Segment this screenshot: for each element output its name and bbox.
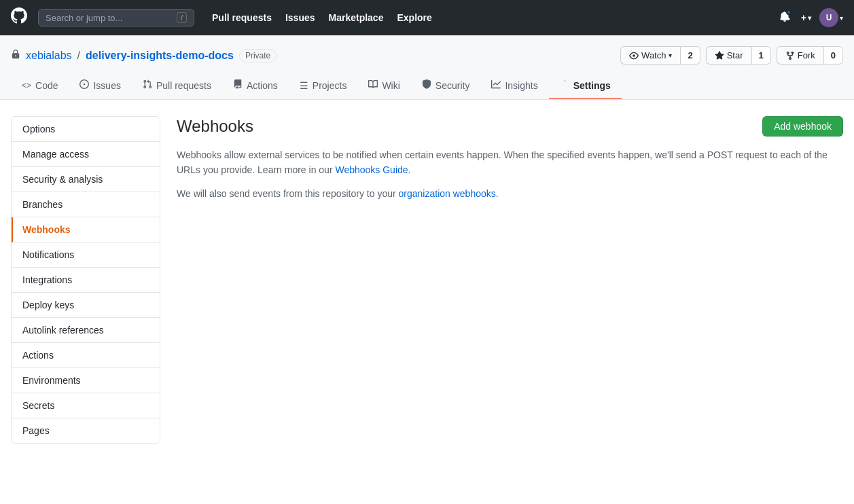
lock-icon [11, 50, 20, 61]
repo-name-link[interactable]: delivery-insights-demo-docs [86, 50, 234, 62]
pull-requests-link[interactable]: Pull requests [205, 10, 279, 26]
avatar: U [819, 8, 838, 27]
issues-tab-icon [79, 79, 89, 91]
issues-link[interactable]: Issues [279, 10, 322, 26]
note-end: . [496, 188, 499, 199]
main-layout: Options Manage access Security & analysi… [0, 100, 854, 460]
tab-security[interactable]: Security [411, 73, 481, 99]
watch-button[interactable]: Watch ▾ [620, 46, 680, 65]
sidebar-webhooks[interactable]: Webhooks [12, 217, 160, 242]
repo-top-row: xebialabs / delivery-insights-demo-docs … [11, 46, 843, 65]
note-prefix: We will also send events from this repos… [177, 188, 396, 199]
sidebar-security-analysis[interactable]: Security & analysis [12, 167, 160, 192]
star-count: 1 [751, 46, 771, 65]
wiki-tab-label: Wiki [382, 80, 399, 91]
content-header: Webhooks Add webhook [177, 116, 843, 137]
search-text: Search or jump to... [46, 13, 171, 23]
sidebar-deploy-keys[interactable]: Deploy keys [12, 293, 160, 318]
tab-settings[interactable]: Settings [549, 73, 622, 99]
tab-insights[interactable]: Insights [480, 73, 548, 99]
sidebar-options[interactable]: Options [12, 117, 160, 142]
description-text: Webhooks allow external services to be n… [177, 149, 828, 175]
navbar: Search or jump to... / Pull requests Iss… [0, 0, 854, 35]
fork-button[interactable]: Fork [777, 46, 823, 65]
watch-count: 2 [680, 46, 700, 65]
tab-pull-requests[interactable]: Pull requests [132, 73, 222, 99]
sidebar-secrets[interactable]: Secrets [12, 393, 160, 418]
insights-tab-icon [491, 79, 501, 91]
search-bar[interactable]: Search or jump to... / [38, 9, 194, 26]
wiki-tab-icon [368, 79, 378, 91]
navbar-links: Pull requests Issues Marketplace Explore [205, 10, 439, 26]
fork-label: Fork [798, 50, 815, 60]
fork-count: 0 [823, 46, 843, 65]
webhooks-guide-link[interactable]: Webhooks Guide [335, 164, 408, 175]
tab-projects[interactable]: ☰ Projects [289, 73, 358, 99]
sidebar: Options Manage access Security & analysi… [11, 116, 160, 444]
pr-tab-icon [143, 79, 152, 91]
repo-separator: / [77, 50, 80, 62]
star-group: Star 1 [706, 46, 771, 65]
projects-tab-label: Projects [313, 80, 347, 91]
watch-group: Watch ▾ 2 [620, 46, 700, 65]
security-tab-icon [422, 79, 431, 91]
github-logo[interactable] [11, 7, 27, 29]
watch-label: Watch [641, 50, 666, 60]
repo-nav: <> Code Issues Pull requests Actions ☰ P… [11, 73, 843, 99]
repo-actions: Watch ▾ 2 Star 1 Fork 0 [620, 46, 843, 65]
description-end: . [408, 164, 411, 175]
main-content: Webhooks Add webhook Webhooks allow exte… [177, 116, 843, 444]
settings-tab-label: Settings [573, 80, 611, 91]
code-tab-label: Code [35, 80, 58, 91]
plus-icon: + [801, 12, 806, 23]
private-badge: Private [239, 49, 277, 62]
plus-chevron: ▾ [808, 14, 811, 22]
issues-tab-label: Issues [93, 80, 120, 91]
tab-code[interactable]: <> Code [11, 73, 69, 99]
sidebar-actions[interactable]: Actions [12, 343, 160, 368]
code-tab-icon: <> [22, 81, 31, 90]
settings-tab-icon [560, 79, 569, 91]
insights-tab-label: Insights [505, 80, 537, 91]
actions-tab-label: Actions [247, 80, 278, 91]
org-webhooks-link[interactable]: organization webhooks [399, 188, 496, 199]
sidebar-manage-access[interactable]: Manage access [12, 142, 160, 167]
tab-issues[interactable]: Issues [69, 73, 131, 99]
content-description: Webhooks allow external services to be n… [177, 147, 843, 178]
avatar-chevron: ▾ [840, 14, 843, 22]
security-tab-label: Security [435, 80, 470, 91]
plus-button[interactable]: + ▾ [797, 10, 815, 26]
sidebar-branches[interactable]: Branches [12, 192, 160, 217]
sidebar-integrations[interactable]: Integrations [12, 268, 160, 293]
sidebar-pages[interactable]: Pages [12, 418, 160, 443]
star-label: Star [727, 50, 743, 60]
sidebar-autolink[interactable]: Autolink references [12, 318, 160, 343]
star-button[interactable]: Star [706, 46, 751, 65]
watch-chevron: ▾ [669, 52, 672, 59]
sidebar-environments[interactable]: Environments [12, 368, 160, 393]
projects-tab-icon: ☰ [300, 80, 308, 91]
explore-link[interactable]: Explore [390, 10, 438, 26]
notification-bell[interactable] [777, 8, 793, 27]
sidebar-notifications[interactable]: Notifications [12, 242, 160, 268]
tab-wiki[interactable]: Wiki [357, 73, 410, 99]
page-title: Webhooks [177, 117, 253, 136]
fork-group: Fork 0 [777, 46, 843, 65]
add-webhook-button[interactable]: Add webhook [762, 116, 843, 137]
navbar-right-actions: + ▾ U ▾ [777, 8, 843, 27]
pr-tab-label: Pull requests [156, 80, 211, 91]
notification-dot [786, 10, 791, 15]
repo-header: xebialabs / delivery-insights-demo-docs … [0, 35, 854, 100]
repo-owner-link[interactable]: xebialabs [26, 50, 72, 62]
marketplace-link[interactable]: Marketplace [322, 10, 391, 26]
content-note: We will also send events from this repos… [177, 186, 843, 201]
search-slash-badge: / [177, 12, 187, 23]
avatar-button[interactable]: U ▾ [819, 8, 843, 27]
actions-tab-icon [233, 79, 243, 91]
tab-actions[interactable]: Actions [222, 73, 289, 99]
